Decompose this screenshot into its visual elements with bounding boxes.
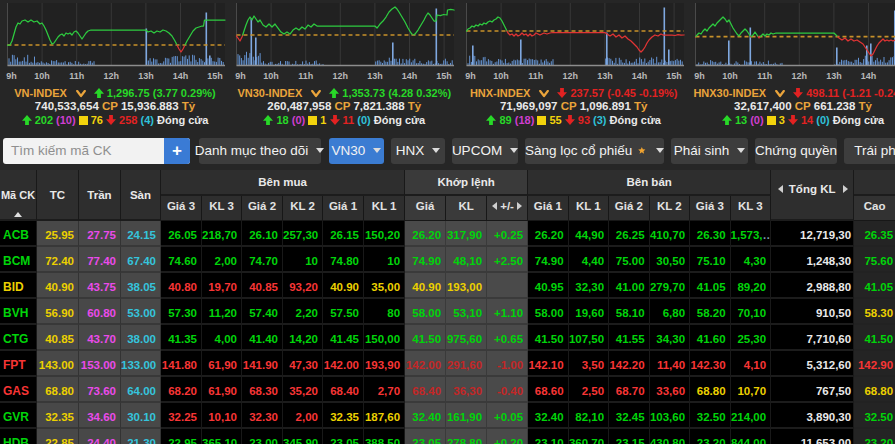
svg-text:12h: 12h bbox=[792, 71, 808, 81]
svg-text:10h: 10h bbox=[493, 71, 509, 81]
svg-text:9h: 9h bbox=[465, 71, 476, 81]
svg-text:14h: 14h bbox=[173, 71, 189, 81]
svg-text:14h: 14h bbox=[402, 71, 418, 81]
svg-text:13h: 13h bbox=[138, 71, 154, 81]
svg-text:13h: 13h bbox=[367, 71, 383, 81]
svg-text:15h: 15h bbox=[207, 71, 223, 81]
svg-text:12h: 12h bbox=[562, 71, 578, 81]
svg-text:13h: 13h bbox=[826, 71, 842, 81]
svg-text:11h: 11h bbox=[528, 71, 543, 81]
svg-text:14h: 14h bbox=[861, 71, 877, 81]
svg-text:9h: 9h bbox=[694, 71, 705, 81]
svg-text:9h: 9h bbox=[6, 71, 17, 81]
svg-text:9h: 9h bbox=[236, 71, 247, 81]
svg-text:10h: 10h bbox=[264, 71, 280, 81]
svg-text:12h: 12h bbox=[333, 71, 349, 81]
svg-text:11h: 11h bbox=[69, 71, 84, 81]
svg-text:15h: 15h bbox=[666, 71, 682, 81]
svg-text:11h: 11h bbox=[298, 71, 313, 81]
svg-text:14h: 14h bbox=[631, 71, 647, 81]
svg-text:10h: 10h bbox=[34, 71, 50, 81]
svg-text:12h: 12h bbox=[104, 71, 120, 81]
svg-text:15h: 15h bbox=[437, 71, 453, 81]
svg-text:11h: 11h bbox=[757, 71, 772, 81]
svg-text:13h: 13h bbox=[597, 71, 613, 81]
svg-text:10h: 10h bbox=[722, 71, 738, 81]
